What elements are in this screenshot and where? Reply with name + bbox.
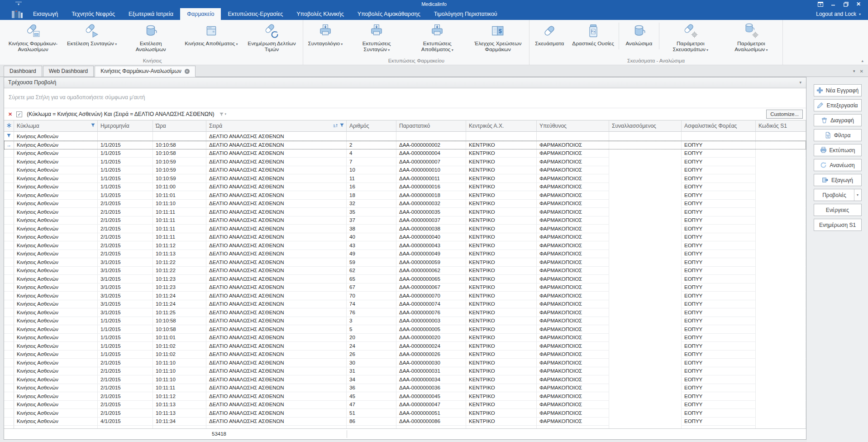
filter-cell-5[interactable] bbox=[396, 132, 466, 141]
split-dropdown-icon[interactable]: ▾ bbox=[854, 189, 861, 201]
tab-list-chevron-icon[interactable]: ▾ bbox=[853, 69, 855, 74]
ribbon-tab-4[interactable]: Εκτυπώσεις-Εργασίες bbox=[221, 8, 290, 20]
table-row[interactable]: Κινήσεις Ασθενών1/1/201510:10:59ΔΕΛΤΙΟ Α… bbox=[4, 166, 806, 175]
restore-button[interactable] bbox=[843, 1, 849, 7]
filter-cell-10[interactable] bbox=[756, 132, 806, 141]
close-tab-icon[interactable]: ✕ bbox=[185, 69, 190, 74]
table-row[interactable]: Κινήσεις Ασθενών3/1/201510:11:25ΔΕΛΤΙΟ Α… bbox=[4, 308, 806, 317]
table-row[interactable]: Κινήσεις Ασθενών1/1/201510:10:59ΔΕΛΤΙΟ Α… bbox=[4, 158, 806, 166]
column-header-1[interactable]: Ημερομηνία bbox=[98, 120, 153, 132]
table-row[interactable]: Κινήσεις Ασθενών1/1/201510:11:01ΔΕΛΤΙΟ Α… bbox=[4, 334, 806, 342]
table-row[interactable]: Κινήσεις Ασθενών1/1/201510:11:02ΔΕΛΤΙΟ Α… bbox=[4, 342, 806, 351]
view-header-bar[interactable]: Τρέχουσα Προβολή ▾ bbox=[4, 77, 806, 88]
table-row[interactable]: Κινήσεις Ασθενών1/1/201510:10:58ΔΕΛΤΙΟ Α… bbox=[4, 317, 806, 326]
document-tab-0[interactable]: Dashboard bbox=[4, 66, 42, 77]
table-row[interactable]: Κινήσεις Ασθενών3/1/201510:11:23ΔΕΛΤΙΟ Α… bbox=[4, 275, 806, 283]
sidebar-button-5[interactable]: Ανανέωση bbox=[814, 159, 862, 171]
filter-cell-3[interactable]: ΔΕΛΤΙΟ ΑΝΑΛΩΣΗΣ ΑΣΘΕΝΩΝ bbox=[206, 132, 347, 141]
ribbon-tab-5[interactable]: Υποβολές Κλινικής bbox=[290, 8, 351, 20]
display-options-icon[interactable] bbox=[817, 1, 824, 7]
ribbon-button-2-6[interactable]: Παράμετροι Αναλωσίμων ▾ bbox=[721, 20, 782, 58]
collapse-ribbon-icon[interactable]: ▴ bbox=[861, 58, 863, 63]
table-row[interactable]: Κινήσεις Ασθενών1/1/201510:11:01ΔΕΛΤΙΟ Α… bbox=[4, 191, 806, 200]
sidebar-button-0[interactable]: Νέα Εγγραφή bbox=[814, 84, 862, 96]
filter-cell-8[interactable] bbox=[609, 132, 682, 141]
ribbon-button-1-0[interactable]: Συνταγολόγιο ▾ bbox=[304, 20, 346, 58]
app-logo-icon[interactable] bbox=[8, 8, 26, 20]
ribbon-button-0-1[interactable]: Εκτέλεση Συνταγών ▾ bbox=[63, 20, 120, 58]
filter-cell-0[interactable]: Κινήσεις Ασθενών bbox=[14, 132, 98, 141]
table-row[interactable]: Κινήσεις Ασθενών2/1/201510:11:11ΔΕΛΤΙΟ Α… bbox=[4, 233, 806, 242]
table-row[interactable]: Κινήσεις Ασθενών2/1/201510:11:10ΔΕΛΤΙΟ Α… bbox=[4, 359, 806, 367]
table-row[interactable]: Κινήσεις Ασθενών2/1/201510:11:11ΔΕΛΤΙΟ Α… bbox=[4, 225, 806, 233]
ribbon-button-0-0[interactable]: Κινήσεις Φαρμάκων-Αναλωσίμων bbox=[3, 20, 63, 58]
ribbon-tab-1[interactable]: Τεχνητός Νεφρός bbox=[65, 8, 122, 20]
ribbon-button-2-5[interactable]: Παράμετροι Σκευασμάτων ▾ bbox=[660, 20, 721, 58]
column-header-8[interactable]: Συναλλασσόμενος bbox=[609, 120, 682, 132]
table-row[interactable]: Κινήσεις Ασθενών2/1/201510:11:10ΔΕΛΤΙΟ Α… bbox=[4, 200, 806, 208]
document-tab-1[interactable]: Web Dashboard bbox=[43, 66, 94, 77]
table-row[interactable]: →Κινήσεις Ασθενών1/1/201510:10:58ΔΕΛΤΙΟ … bbox=[4, 141, 806, 149]
sidebar-button-9[interactable]: Ενημέρωση S1 bbox=[814, 219, 862, 231]
table-row[interactable]: Κινήσεις Ασθενών2/1/201510:11:12ΔΕΛΤΙΟ Α… bbox=[4, 241, 806, 250]
ribbon-button-1-1[interactable]: Εκτυπώσεις Συνταγών ▾ bbox=[346, 20, 407, 58]
column-header-2[interactable]: Ώρα bbox=[153, 120, 206, 132]
ribbon-tab-6[interactable]: Υποβολές Αιμοκάθαρσης bbox=[351, 8, 427, 20]
filter-cell-1[interactable] bbox=[98, 132, 153, 141]
filter-funnel-icon[interactable]: ▾ bbox=[219, 112, 227, 117]
table-row[interactable]: Κινήσεις Ασθενών1/1/201510:10:58ΔΕΛΤΙΟ Α… bbox=[4, 325, 806, 334]
sidebar-button-7[interactable]: Προβολές▾ bbox=[814, 189, 862, 201]
table-row[interactable]: Κινήσεις Ασθενών1/1/201510:10:59ΔΕΛΤΙΟ Α… bbox=[4, 174, 806, 183]
filter-cell-7[interactable] bbox=[537, 132, 609, 141]
column-header-9[interactable]: Ασφαλιστικός Φορέας bbox=[682, 120, 756, 132]
column-header-7[interactable]: Υπεύθυνος bbox=[537, 120, 609, 132]
customize-filter-button[interactable]: Customize... bbox=[766, 110, 803, 119]
table-row[interactable]: Κινήσεις Ασθενών3/1/201510:11:24ΔΕΛΤΙΟ Α… bbox=[4, 300, 806, 309]
ribbon-button-1-2[interactable]: Εκτυπώσεις Αποθέματος ▾ bbox=[407, 20, 467, 58]
table-row[interactable]: Κινήσεις Ασθενών2/1/201510:11:13ΔΕΛΤΙΟ Α… bbox=[4, 409, 806, 418]
tab-close-icon[interactable]: ✕ bbox=[860, 69, 863, 74]
table-row[interactable]: Κινήσεις Ασθενών3/1/201510:11:22ΔΕΛΤΙΟ Α… bbox=[4, 267, 806, 275]
sidebar-button-8[interactable]: Ενέργειες bbox=[814, 204, 862, 216]
sidebar-button-2[interactable]: Διαγραφή bbox=[814, 114, 862, 126]
filter-cell-6[interactable] bbox=[466, 132, 537, 141]
panel-chevron-icon[interactable]: ▾ bbox=[799, 77, 801, 88]
table-row[interactable]: Κινήσεις Ασθενών2/1/201510:11:13ΔΕΛΤΙΟ Α… bbox=[4, 401, 806, 409]
ribbon-tab-7[interactable]: Τιμολόγηση Περιστατικού bbox=[427, 8, 504, 20]
table-row[interactable]: Κινήσεις Ασθενών2/1/201510:11:11ΔΕΛΤΙΟ Α… bbox=[4, 208, 806, 216]
table-row[interactable]: Κινήσεις Ασθενών2/1/201510:11:13ΔΕΛΤΙΟ Α… bbox=[4, 250, 806, 259]
auto-filter-row[interactable]: Κινήσεις ΑσθενώνΔΕΛΤΙΟ ΑΝΑΛΩΣΗΣ ΑΣΘΕΝΩΝ bbox=[4, 132, 806, 141]
group-by-drop-area[interactable]: Σύρετε μια Στήλη για να ομαδοποιήσετε σύ… bbox=[4, 88, 806, 108]
quick-access-toolbar-icon[interactable]: ▾ bbox=[15, 2, 22, 6]
sidebar-button-3[interactable]: Φίλτρα bbox=[814, 129, 862, 141]
table-row[interactable]: Κινήσεις Ασθενών2/1/201510:11:11ΔΕΛΤΙΟ Α… bbox=[4, 216, 806, 225]
ribbon-button-0-4[interactable]: Ενημέρωση Δελτίων Τιμών bbox=[241, 20, 302, 58]
logout-and-lock-button[interactable]: Logout and Lock▾ bbox=[816, 8, 868, 20]
sidebar-button-6[interactable]: Εξαγωγή bbox=[814, 174, 862, 186]
table-row[interactable]: Κινήσεις Ασθενών2/1/201510:11:12ΔΕΛΤΙΟ Α… bbox=[4, 392, 806, 401]
ribbon-tab-0[interactable]: Εισαγωγή bbox=[26, 8, 65, 20]
table-row[interactable]: Κινήσεις Ασθενών2/1/201510:11:10ΔΕΛΤΙΟ Α… bbox=[4, 375, 806, 384]
filter-cell-4[interactable] bbox=[347, 132, 396, 141]
table-row[interactable]: Κινήσεις Ασθενών3/1/201510:11:24ΔΕΛΤΙΟ Α… bbox=[4, 292, 806, 300]
table-row[interactable]: Κινήσεις Ασθενών1/1/201510:11:00ΔΕΛΤΙΟ Α… bbox=[4, 183, 806, 192]
sidebar-button-4[interactable]: Εκτύπωση bbox=[814, 144, 862, 156]
table-row[interactable]: Κινήσεις Ασθενών4/1/201510:11:34ΔΕΛΤΙΟ Α… bbox=[4, 418, 806, 426]
table-row[interactable]: Κινήσεις Ασθενών1/1/201510:10:58ΔΕΛΤΙΟ Α… bbox=[4, 149, 806, 158]
sidebar-button-1[interactable]: Επεξεργασία bbox=[814, 99, 862, 111]
ribbon-button-0-2[interactable]: Εκτέλεση Αναλωσίμων bbox=[120, 20, 181, 58]
filter-cell-2[interactable] bbox=[153, 132, 206, 141]
table-row[interactable]: Κινήσεις Ασθενών3/1/201510:11:22ΔΕΛΤΙΟ Α… bbox=[4, 258, 806, 267]
ribbon-tab-3[interactable]: Φαρμακείο bbox=[180, 8, 221, 20]
column-header-0[interactable]: Κύκλωμα bbox=[14, 120, 98, 132]
ribbon-button-1-3[interactable]: $Έλεγχος Χρεώσεων Φαρμάκων bbox=[467, 20, 528, 58]
column-header-6[interactable]: Κεντρικός Α.Χ. bbox=[466, 120, 537, 132]
filter-enabled-checkbox[interactable]: ✓ bbox=[16, 111, 22, 117]
ribbon-button-2-1[interactable]: RxΔραστικές Ουσίες bbox=[568, 20, 618, 58]
ribbon-button-0-3[interactable]: Κινήσεις Αποθέματος ▾ bbox=[181, 20, 241, 58]
filter-funnel-icon[interactable] bbox=[91, 123, 95, 129]
column-header-5[interactable]: Παραστατικό bbox=[396, 120, 466, 132]
remove-filter-icon[interactable]: ✕ bbox=[8, 111, 12, 117]
ribbon-button-2-0[interactable]: Σκευάσματα bbox=[530, 20, 568, 58]
document-tab-2[interactable]: Κινήσεις Φαρμάκων-Αναλωσίμων✕ bbox=[95, 66, 196, 77]
